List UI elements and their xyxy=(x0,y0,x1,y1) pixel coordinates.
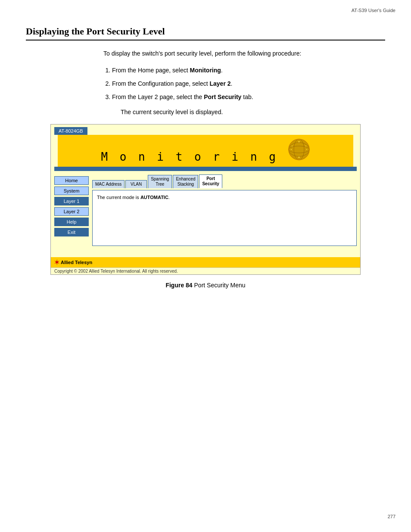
figure-container: AT-8024GB M o n i t o r i n g xyxy=(50,124,361,275)
logo-text: Allied Telesyn xyxy=(61,260,92,265)
nav-system[interactable]: System xyxy=(54,187,89,195)
step-2: From the Configuration page, select Laye… xyxy=(112,79,385,88)
step-3-bold: Port Security xyxy=(204,93,241,100)
nav-layer2[interactable]: Layer 2 xyxy=(54,207,89,216)
nav-exit[interactable]: Exit xyxy=(54,228,89,236)
section-title: Displaying the Port Security Level xyxy=(26,26,385,40)
step-2-bold: Layer 2 xyxy=(209,80,230,87)
page-number: 277 xyxy=(388,514,395,519)
svg-point-7 xyxy=(292,146,293,146)
svg-point-9 xyxy=(291,149,292,150)
figure-label: Figure 84 xyxy=(165,282,192,289)
svg-point-5 xyxy=(298,141,299,143)
logo-symbol: ✶ xyxy=(54,259,59,266)
header-text: AT-S39 User's Guide xyxy=(352,8,395,13)
content-text: The current mode is AUTOMATIC. xyxy=(97,195,352,200)
page-footer: 277 xyxy=(388,514,395,519)
figure-body: Home System Layer 1 Layer 2 Help Exit MA… xyxy=(51,171,360,257)
intro-text: To display the switch's port security le… xyxy=(103,49,385,58)
page-header: AT-S39 User's Guide xyxy=(352,8,395,13)
globe-icon xyxy=(288,138,310,161)
figure-caption-text: Port Security Menu xyxy=(194,282,246,289)
device-tab: AT-8024GB xyxy=(54,127,87,135)
device-header: AT-8024GB xyxy=(51,124,360,135)
svg-point-8 xyxy=(305,146,306,146)
svg-point-6 xyxy=(298,157,299,158)
nav-home[interactable]: Home xyxy=(54,176,89,185)
tab-spanning-tree[interactable]: SpanningTree xyxy=(148,175,172,188)
left-nav: Home System Layer 1 Layer 2 Help Exit xyxy=(54,174,89,254)
step-1-bold: Monitoring xyxy=(190,67,221,74)
right-panel: MAC Address VLAN SpanningTree EnhancedSt… xyxy=(92,174,357,254)
figure-footer: ✶ Allied Telesyn xyxy=(51,257,360,268)
nav-layer1[interactable]: Layer 1 xyxy=(54,197,89,205)
figure-caption: Figure 84 Port Security Menu xyxy=(26,282,385,289)
tab-vlan[interactable]: VLAN xyxy=(125,180,147,188)
note-text: The current security level is displayed. xyxy=(121,109,385,115)
main-content: Displaying the Port Security Level To di… xyxy=(0,0,411,314)
content-panel: The current mode is AUTOMATIC. xyxy=(92,190,357,246)
tab-bar: MAC Address VLAN SpanningTree EnhancedSt… xyxy=(92,174,357,188)
svg-point-10 xyxy=(306,149,307,150)
monitoring-title: M o n i t o r i n g xyxy=(58,135,353,167)
steps-list: From the Home page, select Monitoring. F… xyxy=(112,66,385,102)
tab-mac-address[interactable]: MAC Address xyxy=(92,180,125,188)
tab-enhanced-stacking[interactable]: EnhancedStacking xyxy=(173,175,198,188)
nav-help[interactable]: Help xyxy=(54,218,89,226)
allied-logo: ✶ Allied Telesyn xyxy=(54,259,92,266)
tab-port-security[interactable]: PortSecurity xyxy=(199,174,222,188)
step-1: From the Home page, select Monitoring. xyxy=(112,66,385,75)
content-bold: AUTOMATIC xyxy=(140,195,168,200)
copyright-bar: Copyright © 2002 Allied Telesyn Internat… xyxy=(51,268,360,274)
step-3: From the Layer 2 page, select the Port S… xyxy=(112,93,385,102)
blue-bar xyxy=(54,167,357,171)
